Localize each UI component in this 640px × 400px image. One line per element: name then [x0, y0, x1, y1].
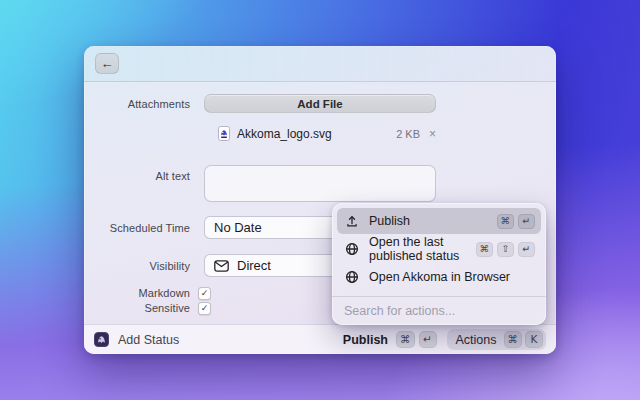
checkmark-icon: ✓	[201, 304, 209, 313]
attachments-label: Attachments	[84, 98, 190, 110]
file-icon	[218, 126, 230, 141]
popup-item-publish[interactable]: Publish ⌘ ↵	[337, 208, 541, 234]
upload-icon	[345, 214, 359, 228]
remove-file-icon[interactable]: ×	[429, 128, 436, 140]
keycap-k: K	[525, 331, 543, 348]
sensitive-checkbox[interactable]: ✓	[198, 302, 211, 315]
add-file-button[interactable]: Add File	[204, 94, 436, 113]
keycap-command: ⌘	[476, 242, 494, 257]
attachment-item: Akkoma_logo.svg 2 KB ×	[84, 125, 556, 142]
alt-text-label: Alt text	[84, 165, 190, 182]
footer: Add Status Publish ⌘ ↵ Actions ⌘ K	[84, 324, 556, 354]
globe-icon	[345, 270, 359, 284]
sensitive-label: Sensitive	[84, 302, 190, 314]
globe-icon	[345, 242, 359, 256]
popup-item-open-browser[interactable]: Open Akkoma in Browser	[337, 264, 541, 290]
back-button[interactable]: ←	[95, 53, 119, 74]
markdown-label: Markdown	[84, 287, 190, 299]
actions-button[interactable]: Actions ⌘ K	[447, 329, 547, 350]
markdown-checkbox[interactable]: ✓	[198, 287, 211, 300]
alt-text-input[interactable]	[204, 165, 436, 202]
titlebar: ←	[84, 46, 556, 82]
keycap-command: ⌘	[497, 214, 515, 229]
alt-text-row: Alt text	[84, 165, 556, 202]
popup-item-label: Open Akkoma in Browser	[369, 270, 510, 284]
popup-item-label: Publish	[369, 214, 410, 228]
akkoma-app-icon	[94, 332, 109, 347]
popup-item-label: Open the last published status	[369, 235, 476, 263]
search-input[interactable]	[344, 304, 534, 318]
envelope-icon	[214, 260, 229, 272]
keycap-return: ↵	[419, 331, 437, 348]
file-name: Akkoma_logo.svg	[237, 127, 332, 141]
visibility-label: Visibility	[84, 260, 190, 272]
actions-popup: Publish ⌘ ↵ Open the last published stat…	[332, 203, 546, 325]
desktop-background: ← Attachments Add File Akkoma_logo.svg	[0, 0, 640, 400]
keycap-command: ⌘	[396, 331, 415, 348]
file-size: 2 KB	[396, 128, 420, 140]
attachments-row: Attachments Add File	[84, 94, 556, 113]
checkmark-icon: ✓	[201, 289, 209, 298]
keycap-command: ⌘	[504, 331, 523, 348]
keycap-return: ↵	[518, 214, 535, 229]
add-status-label: Add Status	[118, 333, 179, 347]
popup-item-open-last-status[interactable]: Open the last published status ⌘ ⇧ ↵	[337, 236, 541, 262]
back-arrow-icon: ←	[101, 56, 114, 71]
publish-button[interactable]: Publish ⌘ ↵	[343, 331, 437, 348]
keycap-shift: ⇧	[497, 242, 514, 257]
scheduled-time-label: Scheduled Time	[84, 222, 190, 234]
keycap-return: ↵	[518, 242, 535, 257]
